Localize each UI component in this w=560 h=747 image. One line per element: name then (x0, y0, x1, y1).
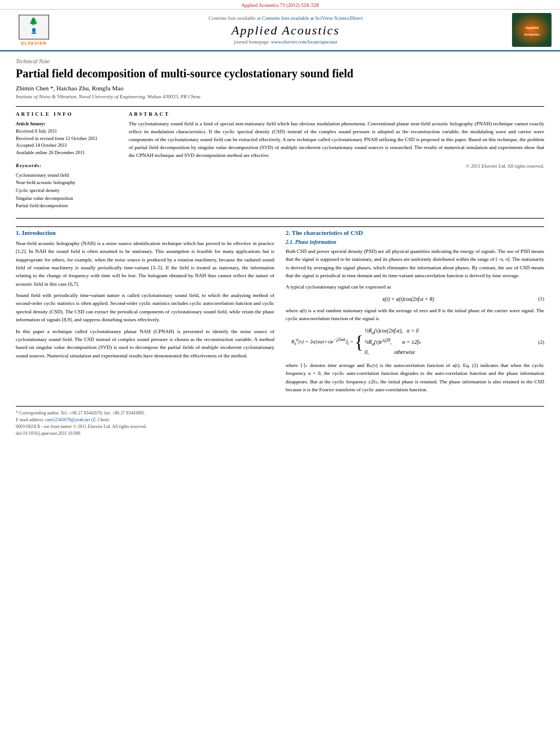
eq2-case-1: ½Ra(τ)cos(2πf₀τ), α = 0 (365, 327, 421, 337)
eq2-description: where ⟨·⟩ₜ denotes time average and Rₐ(τ… (286, 361, 544, 394)
paper-content: Technical Note Partial field decompositi… (0, 51, 560, 446)
online-date: Available online 26 December 2011 (16, 149, 117, 156)
eq1-text: x(t) = a(t)cos(2πf₀t + θ) (382, 296, 434, 302)
email-link[interactable]: czm12345678@yeah.net (45, 417, 90, 422)
csd-column: 2. The characteristics of CSD 2.1. Phase… (286, 229, 544, 399)
sciverse-label: Contents lists available at (208, 15, 261, 21)
keyword-3: Cyclic spectral density (16, 187, 117, 195)
affiliation: Institute of Noise & Vibration, Naval Un… (16, 94, 544, 99)
keyword-5: Partial field decomposition (16, 202, 117, 210)
applied-acoustics-logo: Applied Acoustics (512, 13, 552, 47)
csd-body: Both CSD and power spectral density (PSD… (286, 247, 544, 291)
article-info-abstract-section: ARTICLE INFO Article history: Received 8… (16, 111, 544, 210)
intro-para-3: In this paper a technique called cyclost… (16, 327, 274, 360)
copyright: © 2011 Elsevier Ltd. All rights reserved… (129, 163, 544, 169)
keywords-list: Cyclostationary sound field Near-field a… (16, 172, 117, 210)
eq2-brace: { (355, 333, 363, 351)
revised-date: Received in revised form 12 October 2011 (16, 135, 117, 142)
csd-subsection-title: 2.1. Phase information (286, 239, 544, 245)
introduction-column: 1. Introduction Near-field acoustic holo… (16, 229, 274, 399)
homepage-url[interactable]: www.elsevier.com/locate/apacoust (271, 39, 337, 45)
eq2-cases: ½Ra(τ)cos(2πf₀τ), α = 0 ¼Ra(τ)e±j2θ, α =… (365, 327, 421, 356)
divider-top (16, 106, 544, 107)
journal-header-logo-right: Applied Acoustics (509, 13, 554, 47)
homepage-label: journal homepage: (234, 39, 270, 45)
abstract-column: ABSTRACT The cyclostationary sound field… (129, 111, 544, 210)
eq2-case-2: ¼Ra(τ)e±j2θ, α = ±2f₀ (365, 337, 421, 348)
paper-title: Partial field decomposition of multi-sou… (16, 67, 544, 80)
corresponding-note: * Corresponding author. Tel.: +86 27 834… (16, 410, 544, 417)
keyword-2: Near-field acoustic holography (16, 179, 117, 187)
equation-1-content: x(t) = a(t)cos(2πf₀t + θ) (286, 296, 531, 302)
footer-section: * Corresponding author. Tel.: +86 27 834… (16, 406, 544, 437)
elsevier-logo-left: 🌲 👤 ELSEVIER (6, 15, 62, 46)
technical-note-label: Technical Note (16, 58, 544, 64)
svg-rect-3 (512, 13, 552, 47)
svg-text:👤: 👤 (30, 27, 37, 34)
history-label: Article history: (16, 120, 117, 128)
eq2-number: (2) (531, 339, 544, 345)
author-names: Zhimin Chen *, Haichao Zhu, Rongfu Mao (16, 85, 124, 91)
doi-line: doi:10.1016/j.apacoust.2011.10.006 (16, 430, 544, 437)
abstract-text: The cyclostationary sound field is a kin… (129, 120, 544, 160)
svg-text:Acoustics: Acoustics (524, 32, 540, 37)
article-info-column: ARTICLE INFO Article history: Received 8… (16, 111, 117, 210)
intro-section-title: 1. Introduction (16, 229, 274, 236)
keyword-1: Cyclostationary sound field (16, 172, 117, 180)
page-wrapper: Applied Acoustics 73 (2012) 524–528 🌲 👤 … (0, 0, 560, 446)
received-date: Received 8 July 2011 (16, 128, 117, 135)
eq2-lhs: Rxα(τ) = ⟨x(t)x(t+τ)e−j2παt⟩t = (291, 339, 355, 344)
issn-line: 0003-682X/$ - see front matter © 2011 El… (16, 423, 544, 430)
accepted-date: Accepted 14 October 2011 (16, 142, 117, 149)
equation-2-block: Rxα(τ) = ⟨x(t)x(t+τ)e−j2παt⟩t = { ½Ra(τ)… (286, 327, 544, 356)
journal-header-center: Contents lists available at Contents lis… (62, 15, 509, 45)
intro-body: Near-field acoustic holography (NAH) is … (16, 239, 274, 360)
article-info-heading: ARTICLE INFO (16, 111, 117, 117)
csd-para-2: A typical cyclostationary signal can be … (286, 283, 544, 291)
email-note: E-mail address: czm12345678@yeah.net (Z.… (16, 417, 544, 423)
csd-para-1: Both CSD and power spectral density (PSD… (286, 247, 544, 280)
main-body: 1. Introduction Near-field acoustic holo… (16, 226, 544, 399)
intro-para-2: Sound field with periodically time-varia… (16, 291, 274, 324)
elsevier-icon: 🌲 👤 (19, 15, 49, 40)
eq2-case-3: 0, otherwise (365, 348, 421, 357)
eq1-number: (1) (531, 296, 544, 302)
email-person: (Z. Chen). (91, 417, 110, 422)
csd-section-title: 2. The characteristics of CSD (286, 229, 544, 236)
equation-1-block: x(t) = a(t)cos(2πf₀t + θ) (1) (286, 296, 544, 302)
sciverse-link[interactable]: Contents lists available at SciVerse Sci… (262, 15, 363, 21)
svg-text:🌲: 🌲 (29, 16, 39, 26)
keyword-4: Singular value decomposition (16, 195, 117, 203)
journal-citation: Applied Acoustics 73 (2012) 524–528 (241, 2, 319, 8)
journal-header: 🌲 👤 ELSEVIER Contents lists available at… (0, 10, 560, 51)
abstract-heading: ABSTRACT (129, 111, 544, 117)
top-bar: Applied Acoustics 73 (2012) 524–528 (0, 0, 560, 10)
authors: Zhimin Chen *, Haichao Zhu, Rongfu Mao (16, 85, 544, 91)
keywords-heading: Keywords: (16, 163, 117, 168)
intro-para-1: Near-field acoustic holography (NAH) is … (16, 239, 274, 288)
equation-2-content: Rxα(τ) = ⟨x(t)x(t+τ)e−j2παt⟩t = { ½Ra(τ)… (286, 327, 531, 356)
elsevier-brand: ELSEVIER (21, 41, 46, 46)
svg-text:Applied: Applied (525, 25, 539, 30)
article-history: Article history: Received 8 July 2011 Re… (16, 120, 117, 156)
eq1-description: where a(t) is a real random stationary s… (286, 307, 544, 323)
divider-body (16, 218, 544, 219)
email-label: E-mail address: (16, 417, 45, 422)
journal-homepage: journal homepage: www.elsevier.com/locat… (62, 39, 509, 45)
journal-title: Applied Acoustics (62, 23, 509, 38)
